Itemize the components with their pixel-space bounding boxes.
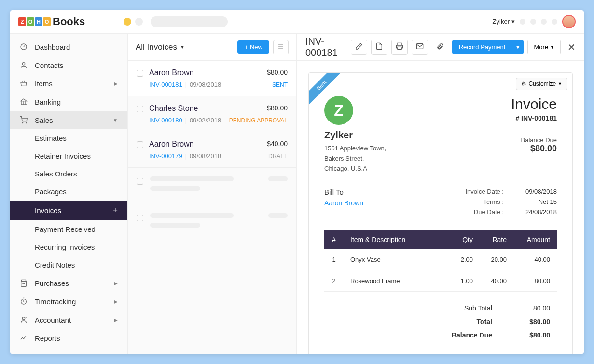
caret-down-icon: ▼ (558, 81, 562, 86)
row-amount: $80.00 (267, 104, 288, 113)
skeleton-row (128, 204, 296, 241)
user-avatar[interactable] (562, 15, 576, 28)
meta-row: Terms :Net 15 (460, 198, 557, 205)
nav-sub-recurring-invoices[interactable]: Recurring Invoices (10, 238, 127, 256)
paperclip-icon (436, 42, 444, 52)
row-invoice-id: INV-000181 (149, 81, 182, 88)
nav-sub-estimates[interactable]: Estimates (10, 129, 127, 147)
user-icon (19, 61, 28, 69)
pdf-button[interactable] (371, 40, 387, 55)
logo[interactable]: Z O H O Books (18, 15, 85, 28)
invoice-top: Z Zylker 1561 Appleview Town, Bakers Str… (324, 96, 557, 174)
chevron-right-icon: ▶ (114, 317, 118, 323)
invoice-heading: Invoice # INV-000181 Balance Due $80.00 (511, 96, 557, 174)
bill-to-link[interactable]: Aaron Brown (324, 199, 363, 207)
nav-sub-sales-orders[interactable]: Sales Orders (10, 165, 127, 183)
close-detail-button[interactable]: ✕ (567, 41, 576, 53)
chevron-right-icon: ▶ (114, 299, 118, 304)
nav-reports[interactable]: Reports (10, 329, 127, 347)
row-date: 09/08/2018 (190, 81, 221, 88)
list-menu-button[interactable]: ☰ (273, 40, 289, 54)
edit-button[interactable] (351, 40, 367, 55)
svg-point-1 (22, 63, 25, 65)
list-filter-dropdown[interactable]: All Invoices ▼ (136, 42, 185, 52)
detail-body: Sent ⚙ Customize ▼ Z Zylker 1561 Applevi… (297, 61, 584, 354)
meta-row: Invoice Date :09/08/2018 (460, 188, 557, 195)
printer-icon (396, 42, 403, 52)
bill-to: Bill To Aaron Brown (324, 188, 363, 218)
print-button[interactable] (391, 40, 408, 55)
bag-icon (19, 279, 28, 287)
row-status: SENT (272, 81, 288, 88)
nav-dashboard[interactable]: Dashboard (10, 38, 127, 56)
svg-point-2 (22, 122, 23, 123)
nav-sub-invoices[interactable]: Invoices+ (10, 201, 127, 220)
topbar-placeholder-3 (541, 19, 547, 25)
invoice-row[interactable]: Charles Stone$80.00INV-000180|09/02/2018… (128, 96, 296, 132)
nav-accountant[interactable]: Accountant▶ (10, 310, 127, 329)
invoice-row[interactable]: Aaron Brown$80.00INV-000181|09/08/2018SE… (128, 61, 296, 96)
mail-icon (416, 42, 424, 52)
topbar: Z O H O Books Zylker ▾ (10, 10, 584, 34)
chart-icon (19, 334, 28, 342)
caret-down-icon: ▾ (516, 43, 520, 51)
gauge-icon (19, 42, 28, 51)
nav-sales[interactable]: Sales▼ (10, 111, 127, 129)
chevron-right-icon: ▶ (114, 281, 118, 286)
app-window: Z O H O Books Zylker ▾ DashboardContacts… (10, 10, 584, 354)
invoice-list-column: All Invoices ▼ + New ☰ Aaron Brown$80.00… (128, 34, 297, 354)
list-header: All Invoices ▼ + New ☰ (128, 34, 296, 61)
email-button[interactable] (412, 40, 428, 55)
nav-purchases[interactable]: Purchases▶ (10, 274, 127, 292)
sidebar: DashboardContactsItems▶BankingSales▼Esti… (10, 34, 128, 354)
list-body: Aaron Brown$80.00INV-000181|09/08/2018SE… (128, 61, 296, 354)
customize-button[interactable]: ⚙ Customize ▼ (516, 78, 567, 90)
bank-icon (19, 97, 28, 106)
detail-title: INV-000181 (305, 36, 347, 58)
item-row: 2Rosewood Frame1.0040.0080.00 (324, 270, 557, 292)
nav-sub-credit-notes[interactable]: Credit Notes (10, 256, 127, 274)
row-amount: $80.00 (267, 68, 288, 77)
row-amount: $40.00 (267, 140, 288, 148)
caret-down-icon: ▾ (511, 18, 515, 25)
row-date: 09/08/2018 (190, 152, 221, 160)
close-icon: ✕ (567, 42, 576, 53)
row-checkbox[interactable] (137, 70, 143, 77)
more-button[interactable]: More ▼ (527, 40, 561, 54)
items-table: # Item & Description Qty Rate Amount 1On… (324, 230, 557, 292)
nav-sub-payment-received[interactable]: Payment Received (10, 220, 127, 238)
org-switcher[interactable]: Zylker ▾ (493, 18, 515, 25)
clock-icon (19, 297, 28, 306)
row-checkbox[interactable] (137, 106, 143, 112)
invoice-row[interactable]: Aaron Brown$40.00INV-000179|09/08/2018DR… (128, 132, 296, 168)
row-date: 09/02/2018 (190, 117, 221, 124)
nav-timetracking[interactable]: Timetracking▶ (10, 292, 127, 310)
app-body: DashboardContactsItems▶BankingSales▼Esti… (10, 34, 584, 354)
plus-icon: + (244, 43, 248, 51)
detail-header: INV-000181 Record Payment ▾ More ▼ ✕ (297, 34, 584, 61)
logo-boxes: Z O H O (18, 17, 51, 26)
window-controls (124, 16, 228, 27)
caret-down-icon: ▼ (180, 44, 185, 50)
nav-sub-retainer-invoices[interactable]: Retainer Invoices (10, 147, 127, 165)
topbar-right: Zylker ▾ (493, 15, 576, 28)
hamburger-icon: ☰ (278, 43, 284, 51)
company-block: Z Zylker 1561 Appleview Town, Bakers Str… (324, 96, 386, 174)
attach-button[interactable] (432, 40, 448, 55)
row-status: DRAFT (268, 153, 288, 160)
nav-banking[interactable]: Banking (10, 93, 127, 111)
pencil-icon (355, 42, 363, 52)
nav-sub-packages[interactable]: Packages (10, 183, 127, 201)
totals: Sub Total80.00Total$80.00Balance Due$80.… (324, 301, 557, 342)
record-payment-button[interactable]: Record Payment (452, 40, 512, 54)
record-payment-dropdown[interactable]: ▾ (512, 40, 524, 54)
invoice-card: Sent ⚙ Customize ▼ Z Zylker 1561 Applevi… (308, 72, 573, 354)
nav-items[interactable]: Items▶ (10, 74, 127, 93)
invoice-meta: Invoice Date :09/08/2018Terms :Net 15Due… (460, 188, 557, 218)
new-invoice-button[interactable]: + New (237, 40, 269, 54)
row-invoice-id: INV-000180 (149, 117, 182, 124)
total-row: Sub Total80.00 (324, 301, 557, 315)
row-checkbox[interactable] (137, 141, 143, 148)
invoice-detail: INV-000181 Record Payment ▾ More ▼ ✕ (297, 34, 584, 354)
nav-contacts[interactable]: Contacts (10, 56, 127, 74)
